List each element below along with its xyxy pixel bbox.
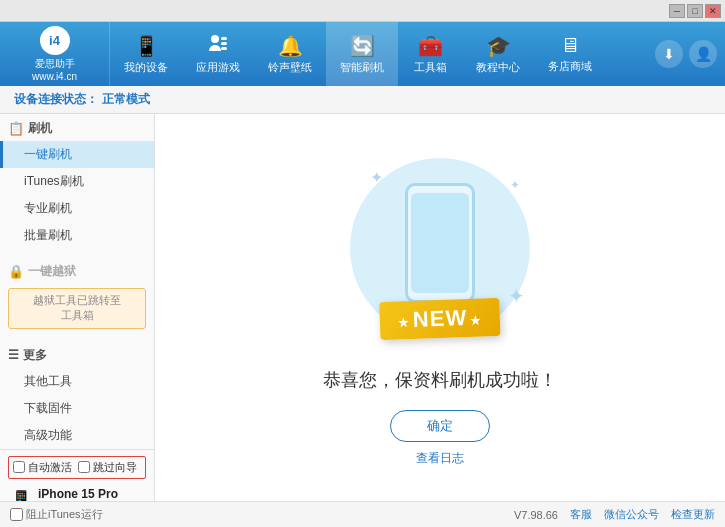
download-firmware-label: 下载固件 xyxy=(24,401,72,415)
sidebar-item-download-firmware[interactable]: 下载固件 xyxy=(0,395,154,422)
phone-body xyxy=(405,183,475,303)
svg-rect-1 xyxy=(221,37,227,40)
ringtone-nav-icon: 🔔 xyxy=(278,34,303,58)
other-tools-label: 其他工具 xyxy=(24,374,72,388)
sparkle-icon-1: ✦ xyxy=(370,168,383,187)
device-info: 📱 iPhone 15 Pro Max 512GB iPhone xyxy=(8,483,146,501)
device-name: iPhone 15 Pro Max xyxy=(38,487,144,501)
nav-apps-games[interactable]: 应用游戏 xyxy=(182,22,254,86)
apps-nav-icon xyxy=(208,33,228,58)
jailbreak-label: 一键越狱 xyxy=(28,263,76,280)
new-badge: NEW xyxy=(379,298,501,340)
connection-label: 设备连接状态： xyxy=(14,91,98,108)
bypass-setup-checkbox-label[interactable]: 跳过向导 xyxy=(78,460,137,475)
statusbar: 设备连接状态： 正常模式 xyxy=(0,86,725,114)
logo-initial: i4 xyxy=(49,33,60,48)
flash-section-icon: 📋 xyxy=(8,121,24,136)
confirm-button[interactable]: 确定 xyxy=(390,410,490,442)
check-update-link[interactable]: 检查更新 xyxy=(671,507,715,522)
svg-rect-3 xyxy=(221,47,227,50)
sidebar-flash-header: 📋 刷机 xyxy=(0,114,154,141)
jailbreak-notice: 越狱工具已跳转至工具箱 xyxy=(8,288,146,329)
sidebar-item-one-click-flash[interactable]: 一键刷机 xyxy=(0,141,154,168)
nav-right-actions: ⬇ 👤 xyxy=(655,22,725,86)
device-phone-icon: 📱 xyxy=(10,489,32,501)
nav-service-label: 务店商域 xyxy=(548,59,592,74)
jailbreak-icon: 🔒 xyxy=(8,264,24,279)
main-content: ✦ ✦ ✦ NEW 恭喜您，保资料刷机成功啦！ 确定 查看日志 xyxy=(155,114,725,501)
bypass-setup-checkbox[interactable] xyxy=(78,461,90,473)
auto-activate-checkbox[interactable] xyxy=(13,461,25,473)
nav-my-device-label: 我的设备 xyxy=(124,60,168,75)
phone-screen xyxy=(411,193,469,293)
sidebar-more-header: ☰ 更多 xyxy=(0,341,154,368)
logo-text: 爱思助手 xyxy=(35,57,75,71)
block-itunes-checkbox[interactable] xyxy=(10,508,23,521)
nav-my-device[interactable]: 📱 我的设备 xyxy=(110,22,182,86)
logo-sub: www.i4.cn xyxy=(32,71,77,82)
wechat-official-link[interactable]: 微信公众号 xyxy=(604,507,659,522)
success-message: 恭喜您，保资料刷机成功啦！ xyxy=(323,368,557,392)
sidebar: 📋 刷机 一键刷机 iTunes刷机 专业刷机 批量刷机 🔒 一键越狱 越狱工具… xyxy=(0,114,155,501)
nav-tutorial-label: 教程中心 xyxy=(476,60,520,75)
block-itunes-checkbox-label[interactable]: 阻止iTunes运行 xyxy=(10,507,103,522)
nav-ringtone-label: 铃声壁纸 xyxy=(268,60,312,75)
view-log-link[interactable]: 查看日志 xyxy=(416,450,464,467)
nav-apps-label: 应用游戏 xyxy=(196,60,240,75)
svg-rect-2 xyxy=(221,42,227,45)
flash-nav-icon: 🔄 xyxy=(350,34,375,58)
close-button[interactable]: ✕ xyxy=(705,4,721,18)
main-layout: 📋 刷机 一键刷机 iTunes刷机 专业刷机 批量刷机 🔒 一键越狱 越狱工具… xyxy=(0,114,725,501)
nav-items: 📱 我的设备 应用游戏 🔔 铃声壁纸 🔄 智能刷机 🧰 工具箱 🎓 教程中心 🖥 xyxy=(110,22,655,86)
block-itunes-label: 阻止iTunes运行 xyxy=(26,507,103,522)
maximize-button[interactable]: □ xyxy=(687,4,703,18)
tutorial-nav-icon: 🎓 xyxy=(486,34,511,58)
confirm-button-label: 确定 xyxy=(427,417,453,435)
footer-right: V7.98.66 客服 微信公众号 检查更新 xyxy=(514,507,715,522)
auto-activate-label: 自动激活 xyxy=(28,460,72,475)
sidebar-jailbreak-header: 🔒 一键越狱 xyxy=(0,257,154,284)
logo-icon: i4 xyxy=(40,26,70,55)
user-nav-button[interactable]: 👤 xyxy=(689,40,717,68)
view-log-label: 查看日志 xyxy=(416,451,464,465)
footer: 阻止iTunes运行 V7.98.66 客服 微信公众号 检查更新 xyxy=(0,501,725,527)
one-click-flash-label: 一键刷机 xyxy=(24,147,72,161)
auto-activate-row: 自动激活 跳过向导 xyxy=(8,456,146,479)
download-nav-button[interactable]: ⬇ xyxy=(655,40,683,68)
sidebar-item-advanced[interactable]: 高级功能 xyxy=(0,422,154,449)
flash-section-label: 刷机 xyxy=(28,120,52,137)
bypass-setup-label: 跳过向导 xyxy=(93,460,137,475)
batch-flash-label: 批量刷机 xyxy=(24,228,72,242)
nav-flash-label: 智能刷机 xyxy=(340,60,384,75)
more-icon: ☰ xyxy=(8,348,19,362)
sparkle-icon-2: ✦ xyxy=(510,178,520,192)
nav-tutorial[interactable]: 🎓 教程中心 xyxy=(462,22,534,86)
sidebar-item-itunes-flash[interactable]: iTunes刷机 xyxy=(0,168,154,195)
service-nav-icon: 🖥 xyxy=(560,34,580,57)
itunes-flash-label: iTunes刷机 xyxy=(24,174,84,188)
sidebar-item-other-tools[interactable]: 其他工具 xyxy=(0,368,154,395)
minimize-button[interactable]: ─ xyxy=(669,4,685,18)
more-label: 更多 xyxy=(23,347,47,364)
toolbox-nav-icon: 🧰 xyxy=(418,34,443,58)
nav-smart-flash[interactable]: 🔄 智能刷机 xyxy=(326,22,398,86)
advanced-label: 高级功能 xyxy=(24,428,72,442)
nav-toolbox[interactable]: 🧰 工具箱 xyxy=(398,22,462,86)
sparkle-icon-3: ✦ xyxy=(508,284,525,308)
nav-toolbox-label: 工具箱 xyxy=(414,60,447,75)
logo-area: i4 爱思助手 www.i4.cn xyxy=(0,22,110,86)
nav-ringtones[interactable]: 🔔 铃声壁纸 xyxy=(254,22,326,86)
device-nav-icon: 📱 xyxy=(134,34,159,58)
connection-status: 正常模式 xyxy=(102,91,150,108)
auto-activate-checkbox-label[interactable]: 自动激活 xyxy=(13,460,72,475)
nav-service[interactable]: 🖥 务店商域 xyxy=(534,22,606,86)
sidebar-device-section: 自动激活 跳过向导 📱 iPhone 15 Pro Max 512GB iPho… xyxy=(0,449,154,501)
phone-illustration: ✦ ✦ ✦ NEW xyxy=(340,148,540,348)
svg-point-0 xyxy=(211,35,219,43)
pro-flash-label: 专业刷机 xyxy=(24,201,72,215)
device-details: iPhone 15 Pro Max 512GB iPhone xyxy=(38,487,144,501)
sidebar-item-batch-flash[interactable]: 批量刷机 xyxy=(0,222,154,249)
sidebar-item-pro-flash[interactable]: 专业刷机 xyxy=(0,195,154,222)
customer-service-link[interactable]: 客服 xyxy=(570,507,592,522)
titlebar: ─ □ ✕ xyxy=(0,0,725,22)
